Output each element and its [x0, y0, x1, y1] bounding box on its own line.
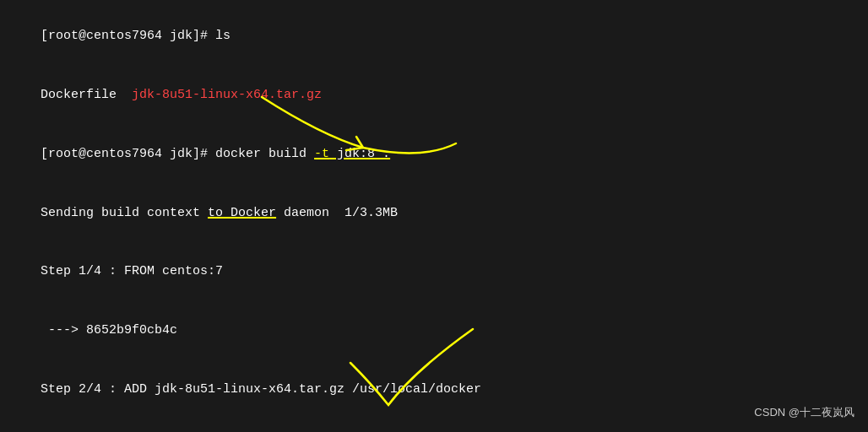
line4-to-docker: to Docker [208, 206, 276, 220]
line2-jdk: jdk-8u51-linux-x64.tar.gz [132, 88, 322, 102]
line3-tag: jdk:8 . [329, 147, 390, 161]
line3-cmd-start: [root@centos7964 jdk]# docker build [41, 147, 314, 161]
line2-dockerfile: Dockerfile [41, 88, 132, 102]
line3-flag: -t [314, 147, 329, 161]
terminal-line-7: Step 2/4 : ADD jdk-8u51-linux-x64.tar.gz… [10, 360, 858, 419]
terminal-line-2: Dockerfile jdk-8u51-linux-x64.tar.gz [10, 66, 858, 125]
watermark: CSDN @十二夜岚风 [754, 405, 854, 420]
line5-step1: Step 1/4 : FROM centos:7 [41, 264, 223, 278]
line1-text: [root@centos7964 jdk]# ls [41, 29, 231, 43]
line4-sending: Sending build context [41, 206, 208, 220]
line6-hash1: ---> 8652b9f0cb4c [41, 323, 177, 338]
terminal-line-6: ---> 8652b9f0cb4c [10, 301, 858, 360]
terminal-line-1: [root@centos7964 jdk]# ls [10, 7, 858, 66]
terminal: [root@centos7964 jdk]# ls Dockerfile jdk… [0, 0, 868, 432]
line7-step2: Step 2/4 : ADD jdk-8u51-linux-x64.tar.gz… [41, 382, 481, 397]
line4-daemon: daemon 1/3.3MB [276, 206, 398, 220]
terminal-line-5: Step 1/4 : FROM centos:7 [10, 242, 858, 301]
terminal-line-8: ---> 534678d5cd5e [10, 418, 858, 432]
terminal-line-3: [root@centos7964 jdk]# docker build -t j… [10, 125, 858, 184]
terminal-line-4: Sending build context to Docker daemon 1… [10, 183, 858, 242]
